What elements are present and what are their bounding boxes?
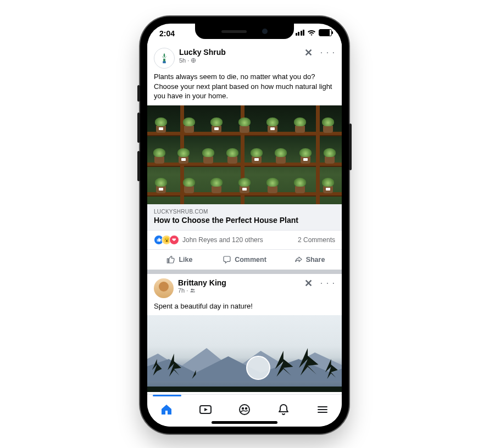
battery-icon (319, 29, 332, 36)
post-body: Plants always seem to die, no matter wha… (147, 71, 342, 105)
thumb-up-icon (166, 255, 175, 264)
comment-icon (223, 255, 231, 264)
cellular-signal-icon (296, 30, 305, 36)
phone-frame: 2:04 Lucky Shrub 5h (140, 16, 349, 434)
svg-point-3 (193, 289, 195, 291)
svg-rect-4 (147, 387, 342, 392)
link-title: How to Choose the Perfect House Plant (154, 216, 335, 225)
nav-indicator (153, 395, 181, 396)
post-image[interactable] (147, 105, 342, 204)
reactions-text: John Reyes and 120 others (182, 236, 263, 244)
post-age: 5h (179, 57, 186, 64)
like-label: Like (179, 256, 192, 264)
post-header: Lucky Shrub 5h · ✕ · · · (147, 43, 342, 71)
post-more-button[interactable]: · · · (320, 48, 335, 58)
action-bar: Like Comment Share (147, 250, 342, 270)
reactions-summary[interactable]: 😮 ❤ John Reyes and 120 others (154, 235, 263, 245)
friends-icon (190, 288, 196, 293)
bell-icon (277, 403, 290, 416)
reactions-row: 😮 ❤ John Reyes and 120 others 2 Comments (147, 231, 342, 250)
notch (195, 24, 294, 39)
post-header: Brittany King 7h · ✕ · · · (147, 274, 342, 300)
post-age: 7h (178, 287, 185, 294)
share-label: Share (306, 256, 325, 264)
close-post-button[interactable]: ✕ (304, 278, 313, 288)
plant-logo-icon (158, 52, 170, 64)
close-post-button[interactable]: ✕ (304, 48, 313, 58)
home-indicator[interactable] (212, 421, 277, 424)
screen: 2:04 Lucky Shrub 5h (147, 24, 342, 427)
post-author[interactable]: Brittany King (178, 278, 304, 288)
post-body: Spent a beautiful day in nature! (147, 300, 342, 316)
svg-point-7 (242, 407, 244, 410)
nav-notifications[interactable] (276, 402, 291, 417)
nav-home[interactable] (159, 402, 174, 417)
power-button (349, 124, 352, 170)
globe-icon (191, 58, 196, 63)
video-icon (199, 403, 212, 416)
groups-icon (238, 403, 251, 416)
post: Lucky Shrub 5h · ✕ · · · Plants always s… (147, 43, 342, 270)
comments-count[interactable]: 2 Comments (298, 236, 335, 244)
share-button[interactable]: Share (277, 252, 342, 267)
link-domain: LUCKYSHRUB.COM (154, 209, 335, 215)
post-meta: 5h · (179, 57, 304, 64)
home-icon (160, 403, 173, 416)
comment-label: Comment (235, 256, 266, 264)
wifi-icon (307, 30, 316, 36)
love-reaction-icon: ❤ (169, 235, 179, 245)
avatar[interactable] (154, 278, 174, 298)
reaction-icons: 😮 ❤ (154, 235, 179, 245)
svg-point-6 (240, 405, 249, 415)
menu-icon (316, 403, 329, 416)
like-button[interactable]: Like (147, 252, 212, 267)
nav-video[interactable] (198, 402, 213, 417)
comment-button[interactable]: Comment (212, 252, 277, 267)
feed[interactable]: Lucky Shrub 5h · ✕ · · · Plants always s… (147, 43, 342, 397)
nav-menu[interactable] (315, 402, 330, 417)
svg-point-2 (191, 289, 193, 290)
post: Brittany King 7h · ✕ · · · Spent a beaut… (147, 270, 342, 393)
volume-down-button (137, 151, 140, 181)
tag-bubble[interactable] (246, 356, 270, 380)
post-image[interactable] (147, 315, 342, 392)
svg-rect-0 (163, 61, 166, 64)
nav-groups[interactable] (237, 402, 252, 417)
volume-up-button (137, 113, 140, 143)
post-author[interactable]: Lucky Shrub (179, 48, 304, 57)
avatar[interactable] (154, 48, 175, 69)
link-card[interactable]: LUCKYSHRUB.COM How to Choose the Perfect… (147, 204, 342, 231)
mute-switch (137, 85, 140, 102)
status-time: 2:04 (159, 29, 175, 38)
post-more-button[interactable]: · · · (320, 278, 335, 288)
svg-point-8 (245, 407, 247, 410)
share-icon (294, 255, 303, 264)
status-right (296, 29, 332, 36)
post-meta: 7h · (178, 287, 304, 294)
